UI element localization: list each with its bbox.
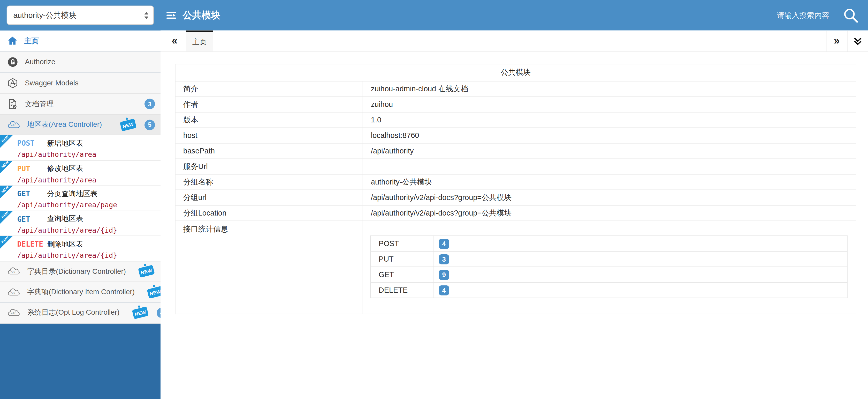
endpoint-name: 查询地区表 [47,214,83,224]
row-value: 1.0 [363,112,856,128]
stats-row: GET 9 [371,267,847,282]
table-row: host localhost:8760 [175,128,856,143]
endpoint-path: /api/authority/area/page [17,201,160,209]
sidebar-item-home[interactable]: 主页 [0,31,160,52]
stats-row-label: 接口统计信息 [175,221,363,314]
endpoint-name: 新增地区表 [47,138,83,148]
row-value: /api/authority/v2/api-docs?group=公共模块 [363,190,856,205]
tab-scroll-right-icon[interactable]: » [826,31,847,52]
table-row: 分组名称 authority-公共模块 [175,174,856,190]
endpoint-path: /api/authority/area/{id} [17,251,160,260]
http-method-label: PUT [17,164,47,173]
sidebar-endpoint[interactable]: NEW DELETE 删除地区表 /api/authority/area/{id… [0,236,160,261]
row-label: basePath [175,143,363,159]
endpoint-path: /api/authority/area/{id} [17,226,160,235]
table-row: 分组url /api/authority/v2/api-docs?group=公… [175,190,856,205]
tab-bar: « 主页 » [160,31,868,52]
row-label: 分组名称 [175,174,363,190]
tab-controls: » [826,31,868,52]
sidebar-item-label: 字典项(Dictionary Item Controller) [27,287,135,297]
row-value: zuihou-admin-cloud 在线文档 [363,81,856,97]
table-title: 公共模块 [175,64,856,81]
count-badge: 3 [145,98,155,109]
select-stepper-icon [144,11,149,20]
stats-count-badge: 3 [439,254,449,264]
row-value: /api/authority/v2/api-docs?group=公共模块 [363,205,856,221]
sidebar-item-area-controller[interactable]: API 地区表(Area Controller) NEW 5 [0,115,160,135]
row-label: 服务Url [175,159,363,174]
svg-text:API: API [10,123,16,126]
cloud-api-icon: API [7,120,21,130]
search-input[interactable]: 请输入搜索内容 [777,10,829,21]
module-info-table: 公共模块 简介 zuihou-admin-cloud 在线文档 作者 zuiho… [175,64,856,314]
endpoint-name: 修改地区表 [47,164,83,174]
row-value: authority-公共模块 [363,174,856,190]
table-row-stats: 接口统计信息 POST 4 PUT 3 GET 9 DELETE 4 [175,221,856,314]
sidebar-item-label: 地区表(Area Controller) [27,120,102,130]
stats-method: PUT [371,251,433,267]
lock-icon [7,56,18,67]
table-row: 服务Url [175,159,856,174]
table-row: 版本 1.0 [175,112,856,128]
sidebar-endpoint[interactable]: NEW PUT 修改地区表 /api/authority/area [0,161,160,186]
http-method-label: GET [17,215,47,223]
table-row: 作者 zuihou [175,97,856,112]
top-bar: authority-公共模块 公共模块 请输入搜索内容 [0,0,868,31]
sidebar-endpoint[interactable]: NEW GET 查询地区表 /api/authority/area/{id} [0,211,160,236]
endpoint-name: 分页查询地区表 [47,189,97,199]
row-label: 版本 [175,112,363,128]
row-label: 分组Location [175,205,363,221]
count-badge: 5 [145,119,155,130]
sidebar-item-controller[interactable]: API 系统日志(Opt Log Controller) NEW 4 [0,303,160,323]
row-value: zuihou [363,97,856,112]
sidebar-item-doc-manage[interactable]: 文档管理 3 [0,94,160,115]
table-row: basePath /api/authority [175,143,856,159]
sidebar-item-controller[interactable]: API 字典项(Dictionary Item Controller) NEW … [0,282,160,303]
tab-home[interactable]: 主页 [186,31,213,52]
row-value: /api/authority [363,143,856,159]
new-tag-icon: NEW [120,118,136,131]
sidebar-item-label: 文档管理 [25,99,54,109]
sidebar-item-label: Swagger Models [25,79,78,87]
sidebar-item-authorize[interactable]: Authorize [0,52,160,73]
sidebar-item-label: 系统日志(Opt Log Controller) [27,308,119,318]
stats-method: GET [371,267,433,282]
svg-text:API: API [10,291,16,294]
sidebar-item-label: 字典目录(Dictionary Controller) [27,266,126,276]
stats-method: DELETE [371,282,433,298]
tab-scroll-left-icon[interactable]: « [172,31,178,52]
stats-count-badge: 4 [439,285,449,295]
endpoint-path: /api/authority/area [17,150,160,159]
hexagon-models-icon [7,77,18,88]
new-tag-icon: NEW [138,265,155,278]
app-brand: 公共模块 [165,0,220,31]
stats-count-badge: 9 [439,269,449,280]
table-row: 分组Location /api/authority/v2/api-docs?gr… [175,205,856,221]
row-label: 作者 [175,97,363,112]
endpoint-list: NEW POST 新增地区表 /api/authority/area NEW P… [0,135,160,261]
group-select[interactable]: authority-公共模块 [7,5,154,25]
endpoint-name: 删除地区表 [47,239,83,249]
search-area: 请输入搜索内容 [777,0,859,31]
home-icon [7,35,18,46]
sidebar-item-swagger-models[interactable]: Swagger Models [0,73,160,94]
search-icon[interactable] [842,7,859,24]
cloud-api-icon: API [7,308,21,317]
tab-label: 主页 [192,37,207,47]
sidebar-endpoint[interactable]: NEW POST 新增地区表 /api/authority/area [0,135,160,161]
http-method-label: DELETE [17,240,47,248]
row-label: host [175,128,363,143]
page-title: 公共模块 [183,9,220,22]
sidebar-item-label: 主页 [24,36,39,46]
sidebar-endpoint[interactable]: NEW GET 分页查询地区表 /api/authority/area/page [0,186,160,210]
sidebar-item-label: Authorize [25,58,55,66]
http-method-label: GET [17,190,47,198]
stats-method: POST [371,236,433,251]
cloud-api-icon: API [7,267,21,276]
app-window: authority-公共模块 公共模块 请输入搜索内容 [0,0,868,399]
endpoint-path: /api/authority/area [17,175,160,184]
cloud-api-icon: API [7,287,21,297]
tab-menu-chevrons-icon[interactable] [847,31,868,52]
sidebar-item-controller[interactable]: API 字典目录(Dictionary Controller) NEW 5 [0,261,160,282]
stats-count-badge: 4 [439,238,449,249]
